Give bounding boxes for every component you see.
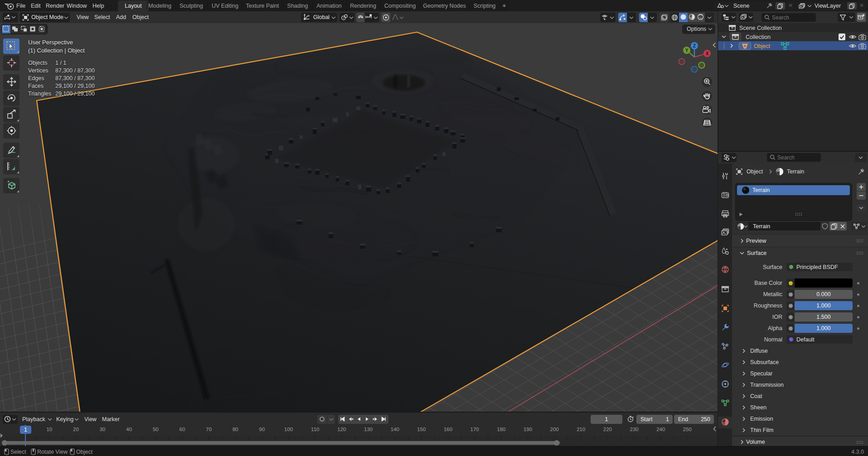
svg-text:Z: Z <box>693 43 696 48</box>
svg-text:X: X <box>706 51 709 56</box>
svg-text:Y: Y <box>685 48 689 53</box>
